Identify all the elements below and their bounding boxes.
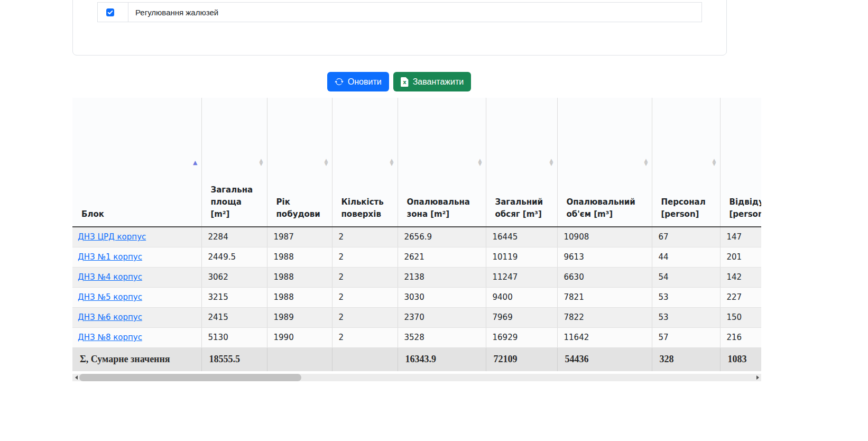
- sum-value-cell: 328: [652, 347, 720, 371]
- sum-value-cell: [267, 347, 332, 371]
- column-header[interactable]: Кількість поверхів▲▼: [332, 98, 398, 227]
- value-cell: 11247: [486, 267, 557, 287]
- value-cell: 142: [720, 267, 761, 287]
- block-link[interactable]: ДНЗ №5 корпус: [78, 292, 142, 302]
- value-cell: 1988: [267, 267, 332, 287]
- value-cell: 3528: [398, 327, 486, 347]
- sum-value-cell: [332, 347, 398, 371]
- block-cell: ДНЗ №5 корпус: [72, 287, 201, 307]
- checkbox-row: Регулювання жалюзей: [97, 2, 702, 22]
- refresh-icon: [335, 77, 344, 86]
- toolbar: Оновити x Завантажити: [72, 72, 726, 91]
- sort-both-icon: ▲▼: [260, 159, 263, 166]
- column-header[interactable]: Відвідувачі [person]▲▼: [720, 98, 761, 227]
- sort-asc-icon: ▲: [193, 159, 197, 165]
- sum-row: Σ, Сумарне значення18555.516343.97210954…: [72, 347, 761, 371]
- value-cell: 54: [652, 267, 720, 287]
- value-cell: 44: [652, 247, 720, 267]
- column-header-label: Рік побудови: [276, 197, 320, 219]
- block-cell: ДНЗ №6 корпус: [72, 307, 201, 327]
- value-cell: 2: [332, 287, 398, 307]
- value-cell: 9613: [557, 247, 652, 267]
- value-cell: 3030: [398, 287, 486, 307]
- column-header-label: Опалювальна зона [m²]: [407, 197, 470, 219]
- column-header[interactable]: Опалювальна зона [m²]▲▼: [398, 98, 486, 227]
- value-cell: 2: [332, 327, 398, 347]
- column-header[interactable]: Загальний обсяг [m³]▲▼: [486, 98, 557, 227]
- column-header-label: Персонал [person]: [661, 197, 706, 219]
- column-header[interactable]: Рік побудови▲▼: [267, 98, 332, 227]
- table-row: ДНЗ №4 корпус306219882213811247663054142: [72, 267, 761, 287]
- sum-value-cell: 18555.5: [201, 347, 267, 371]
- column-header[interactable]: Персонал [person]▲▼: [652, 98, 720, 227]
- checkbox-checked[interactable]: [106, 8, 114, 16]
- column-header-label: Блок: [81, 209, 104, 219]
- value-cell: 1990: [267, 327, 332, 347]
- value-cell: 9400: [486, 287, 557, 307]
- value-cell: 1988: [267, 287, 332, 307]
- table-row: ДНЗ №6 корпус24151989223707969782253150: [72, 307, 761, 327]
- value-cell: 2: [332, 247, 398, 267]
- value-cell: 7969: [486, 307, 557, 327]
- left-triangle-icon: [75, 375, 78, 380]
- table-body: ДНЗ ЦРД корпус2284198722656.916445109086…: [72, 227, 761, 347]
- value-cell: 1989: [267, 307, 332, 327]
- value-cell: 67: [652, 227, 720, 247]
- block-cell: ДНЗ ЦРД корпус: [72, 227, 201, 247]
- sort-both-icon: ▲▼: [644, 159, 648, 166]
- block-cell: ДНЗ №4 корпус: [72, 267, 201, 287]
- checkbox-label: Регулювання жалюзей: [128, 3, 701, 22]
- value-cell: 1988: [267, 247, 332, 267]
- value-cell: 16445: [486, 227, 557, 247]
- table-row: ДНЗ №5 корпус32151988230309400782153227: [72, 287, 761, 307]
- value-cell: 11642: [557, 327, 652, 347]
- block-link[interactable]: ДНЗ №1 корпус: [78, 252, 142, 262]
- value-cell: 6630: [557, 267, 652, 287]
- scrollbar-right-arrow[interactable]: [754, 374, 761, 381]
- value-cell: 10908: [557, 227, 652, 247]
- scrollbar-thumb[interactable]: [79, 374, 301, 381]
- value-cell: 2656.9: [398, 227, 486, 247]
- value-cell: 2: [332, 307, 398, 327]
- excel-file-icon: x: [401, 77, 409, 87]
- table-row: ДНЗ №1 корпус2449.5198822621101199613442…: [72, 247, 761, 267]
- value-cell: 1987: [267, 227, 332, 247]
- sum-row-label: Σ, Сумарне значення: [72, 347, 201, 371]
- page: Регулювання жалюзей Оновити x Завантажит…: [0, 0, 868, 441]
- value-cell: 150: [720, 307, 761, 327]
- column-header-label: Опалювальний об'єм [m³]: [567, 197, 635, 219]
- value-cell: 2370: [398, 307, 486, 327]
- block-link[interactable]: ДНЗ №8 корпус: [78, 333, 142, 342]
- right-triangle-icon: [756, 375, 759, 380]
- block-link[interactable]: ДНЗ ЦРД корпус: [78, 232, 146, 242]
- sum-value-cell: 54436: [557, 347, 652, 371]
- refresh-button-label: Оновити: [348, 77, 382, 87]
- scrollbar-left-arrow[interactable]: [72, 374, 80, 381]
- download-button[interactable]: x Завантажити: [393, 72, 472, 91]
- value-cell: 3215: [201, 287, 267, 307]
- horizontal-scrollbar[interactable]: [72, 374, 761, 381]
- value-cell: 53: [652, 287, 720, 307]
- value-cell: 227: [720, 287, 761, 307]
- block-cell: ДНЗ №8 корпус: [72, 327, 201, 347]
- sum-value-cell: 16343.9: [398, 347, 486, 371]
- column-header[interactable]: Опалювальний об'єм [m³]▲▼: [557, 98, 652, 227]
- value-cell: 2415: [201, 307, 267, 327]
- column-header[interactable]: Блок▲: [72, 98, 201, 227]
- block-cell: ДНЗ №1 корпус: [72, 247, 201, 267]
- block-link[interactable]: ДНЗ №6 корпус: [78, 313, 142, 322]
- block-link[interactable]: ДНЗ №4 корпус: [78, 272, 142, 282]
- svg-text:x: x: [403, 79, 407, 85]
- table-header: Блок▲Загальна площа [m²]▲▼Рік побудови▲▼…: [72, 98, 761, 227]
- data-table-container: Блок▲Загальна площа [m²]▲▼Рік побудови▲▼…: [72, 98, 761, 373]
- value-cell: 2: [332, 227, 398, 247]
- download-button-label: Завантажити: [413, 77, 464, 87]
- value-cell: 2284: [201, 227, 267, 247]
- refresh-button[interactable]: Оновити: [327, 72, 389, 91]
- value-cell: 7821: [557, 287, 652, 307]
- value-cell: 2: [332, 267, 398, 287]
- column-header[interactable]: Загальна площа [m²]▲▼: [201, 98, 267, 227]
- data-table: Блок▲Загальна площа [m²]▲▼Рік побудови▲▼…: [72, 98, 761, 371]
- value-cell: 3062: [201, 267, 267, 287]
- sort-both-icon: ▲▼: [478, 159, 482, 166]
